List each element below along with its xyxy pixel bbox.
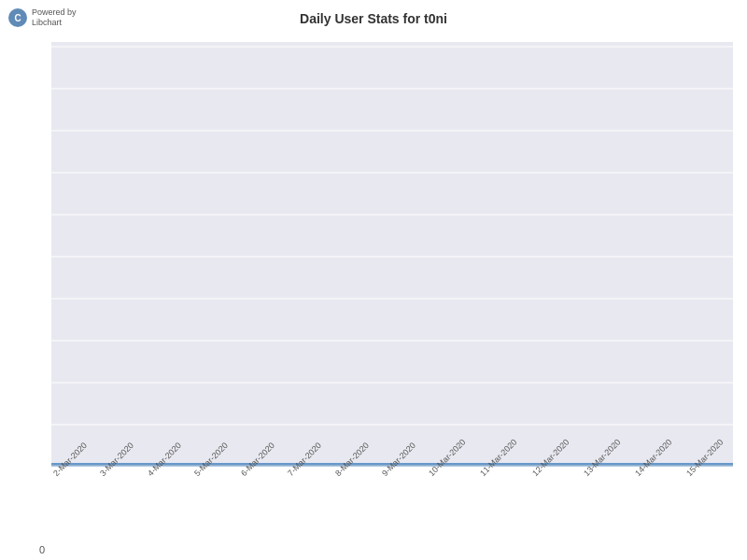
svg-rect-2 — [51, 42, 733, 467]
chart-svg — [51, 42, 733, 467]
chart-wrapper — [51, 42, 733, 467]
page-container: C Powered by Libchart Daily User Stats f… — [0, 0, 747, 560]
x-axis-labels: 2-Mar-2020 3-Mar-2020 4-Mar-2020 5-Mar-2… — [51, 467, 733, 555]
chart-title: Daily User Stats for t0ni — [0, 11, 747, 26]
y-axis-zero-label: 0 — [39, 544, 45, 555]
